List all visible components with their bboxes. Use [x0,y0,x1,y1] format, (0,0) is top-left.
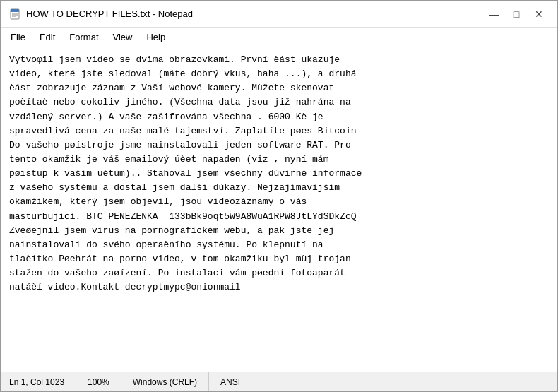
title-bar: HOW TO DECRYPT FILES.txt - Notepad — □ ✕ [1,1,557,28]
minimize-button[interactable]: — [484,6,504,22]
close-button[interactable]: ✕ [529,6,549,22]
status-bar: Ln 1, Col 1023 100% Windows (CRLF) ANSI [1,372,557,391]
zoom-level: 100% [76,372,121,391]
notepad-window: HOW TO DECRYPT FILES.txt - Notepad — □ ✕… [0,0,558,392]
encoding: ANSI [209,372,251,391]
window-controls: — □ ✕ [484,6,549,22]
menu-view[interactable]: View [106,30,140,44]
line-ending: Windows (CRLF) [121,372,209,391]
notepad-icon [9,8,20,20]
title-bar-left: HOW TO DECRYPT FILES.txt - Notepad [9,8,193,20]
window-title: HOW TO DECRYPT FILES.txt - Notepad [26,8,193,19]
svg-rect-1 [11,9,19,12]
menu-format[interactable]: Format [62,30,105,44]
menu-help[interactable]: Help [139,30,172,44]
text-content[interactable]: Vytvoφil jsem video se dvìma obrazovkami… [1,47,557,372]
menu-bar: File Edit Format View Help [1,28,557,47]
maximize-button[interactable]: □ [506,6,526,22]
cursor-position: Ln 1, Col 1023 [1,372,76,391]
menu-edit[interactable]: Edit [32,30,62,44]
menu-file[interactable]: File [4,30,32,44]
